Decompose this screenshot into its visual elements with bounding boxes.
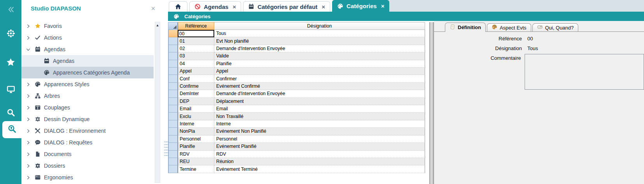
chevron-right-icon[interactable] xyxy=(26,35,34,40)
row-selector-header[interactable] xyxy=(168,22,178,30)
cell-designation[interactable]: Tous xyxy=(214,30,425,37)
panel-splitter[interactable] xyxy=(429,22,434,184)
sidebar-item-dialog-environnement[interactable]: DIALOG : Environnement xyxy=(21,125,154,137)
close-icon[interactable]: × xyxy=(233,3,236,10)
sidebar-item-actions[interactable]: Actions xyxy=(21,32,154,43)
cell-reference[interactable]: Exclu xyxy=(178,113,214,120)
rail-modules-button[interactable] xyxy=(0,26,21,42)
column-header-designation[interactable]: Désignation xyxy=(214,22,425,30)
rail-favorites-button[interactable] xyxy=(0,55,21,71)
field-value[interactable]: Tous xyxy=(527,44,538,51)
sidebar-item-favoris[interactable]: Favoris xyxy=(21,20,154,32)
chevron-down-icon[interactable] xyxy=(26,47,34,52)
sidebar-item-dossiers[interactable]: Dossiers xyxy=(21,160,154,172)
chevron-right-icon[interactable] xyxy=(26,175,34,180)
table-row[interactable]: PersonnelPersonnel xyxy=(168,135,425,143)
chevron-right-icon[interactable] xyxy=(26,163,34,168)
table-row[interactable]: 01Evt Non planifié xyxy=(168,37,425,45)
cell-reference[interactable]: Email xyxy=(178,105,214,113)
chevron-right-icon[interactable] xyxy=(26,105,34,110)
sidebar-item-dialog-requ-tes[interactable]: DIALOG : Requêtes xyxy=(21,137,154,148)
rail-collapse-sidebar-button[interactable] xyxy=(0,2,21,18)
table-row[interactable]: EmailEmail xyxy=(168,105,425,113)
cell-reference[interactable]: NonPla xyxy=(178,128,214,135)
cell-reference[interactable]: Termine xyxy=(178,165,214,173)
sidebar-close-icon[interactable]: × xyxy=(151,6,155,11)
cell-reference[interactable]: 03 xyxy=(178,52,214,60)
cell-designation[interactable]: RDV xyxy=(214,151,425,158)
sidebar-item-arbres[interactable]: Arbres xyxy=(21,90,154,102)
cell-designation[interactable]: Personnel xyxy=(214,135,425,143)
cell-designation[interactable]: Evt Non planifié xyxy=(214,37,425,45)
cell-reference[interactable]: 02 xyxy=(178,45,214,52)
row-selector-cell[interactable] xyxy=(168,143,178,150)
table-row[interactable]: 00Tous xyxy=(168,30,425,37)
chevron-right-icon[interactable] xyxy=(26,94,34,99)
cell-designation[interactable]: Email xyxy=(214,105,425,113)
table-row[interactable]: DemInterDemande d'Intervention Envoyée xyxy=(168,90,425,97)
table-row[interactable]: ConfirmeEvénement Confirmé xyxy=(168,83,425,90)
row-selector-cell[interactable] xyxy=(168,105,178,113)
sidebar-item-couplages[interactable]: Couplages xyxy=(21,102,154,113)
cell-reference[interactable]: 01 xyxy=(178,37,214,45)
scroll-up-icon[interactable]: ▲ xyxy=(156,23,159,182)
row-selector-cell[interactable] xyxy=(168,98,178,105)
sidebar-item-apparences-cat-gories-agenda[interactable]: Apparences Catégories Agenda xyxy=(21,67,154,78)
row-selector-cell[interactable] xyxy=(168,90,178,97)
table-row[interactable]: TermineEvénement Terminé xyxy=(168,165,425,173)
cell-designation[interactable]: Demande d'Intervention Envoyée xyxy=(214,45,425,52)
chevron-right-icon[interactable] xyxy=(26,82,34,87)
table-row[interactable]: PlanifieEvénement Planifié xyxy=(168,143,425,150)
field-value[interactable]: 00 xyxy=(527,35,533,42)
commentaire-textarea[interactable] xyxy=(525,54,644,90)
row-selector-cell[interactable] xyxy=(168,83,178,90)
tab-categories[interactable]: Catégories× xyxy=(332,0,389,12)
row-selector-cell[interactable] xyxy=(168,37,178,45)
row-selector-cell[interactable] xyxy=(168,165,178,173)
table-row[interactable]: REURéunion xyxy=(168,158,425,165)
cell-designation[interactable]: Evénement Planifié xyxy=(214,143,425,150)
sidebar-item-apparences-styles[interactable]: Apparences Styles xyxy=(21,78,154,90)
cell-reference[interactable]: 00 xyxy=(178,30,214,37)
cell-designation[interactable]: Déplacement xyxy=(214,98,425,105)
cell-designation[interactable]: Non Travaillé xyxy=(214,113,425,120)
cell-reference[interactable]: Confirme xyxy=(178,83,214,90)
table-row[interactable]: AppelAppel xyxy=(168,68,425,75)
cell-reference[interactable]: 04 xyxy=(178,60,214,68)
cell-reference[interactable]: Appel xyxy=(178,68,214,75)
detail-tab-d-finition[interactable]: Définition xyxy=(445,23,486,32)
cell-reference[interactable]: Personnel xyxy=(178,135,214,143)
table-row[interactable]: 04Planifie xyxy=(168,60,425,68)
cell-reference[interactable]: Conf xyxy=(178,75,214,82)
cell-reference[interactable]: DemInter xyxy=(178,90,214,97)
cell-designation[interactable]: Evénement Non Planifié xyxy=(214,128,425,135)
sidebar-scrollbar[interactable]: ▲ xyxy=(155,22,160,183)
table-row[interactable]: 02Demande d'Intervention Envoyée xyxy=(168,45,425,52)
cell-designation[interactable]: Valide xyxy=(214,52,425,60)
row-selector-cell[interactable] xyxy=(168,52,178,60)
cell-designation[interactable]: Planifie xyxy=(214,60,425,68)
table-row[interactable]: 03Valide xyxy=(168,52,425,60)
table-row[interactable]: DEPDéplacement xyxy=(168,98,425,105)
table-row[interactable]: ExcluNon Travaillé xyxy=(168,113,425,120)
rail-search-button[interactable] xyxy=(0,106,21,121)
detail-tab-qui-quand-[interactable]: Qui, Quand? xyxy=(532,23,579,31)
sidebar-splitter-grip[interactable] xyxy=(164,141,168,157)
sidebar-item-documents[interactable]: Documents xyxy=(21,148,154,160)
sidebar-item-dessin-dynamique[interactable]: Dessin Dynamique xyxy=(21,113,154,125)
table-row[interactable]: RDVRDV xyxy=(168,151,425,158)
table-row[interactable]: NonPlaEvénement Non Planifié xyxy=(168,128,425,135)
cell-reference[interactable]: REU xyxy=(178,158,214,165)
row-selector-cell[interactable] xyxy=(168,120,178,128)
row-selector-cell[interactable] xyxy=(168,75,178,82)
row-selector-cell[interactable] xyxy=(168,30,178,37)
cell-designation[interactable]: Réunion xyxy=(214,158,425,165)
cell-designation[interactable]: Evénement Terminé xyxy=(214,165,425,173)
row-selector-cell[interactable] xyxy=(168,113,178,120)
table-row[interactable]: ConfConfirmer xyxy=(168,75,425,82)
chevron-right-icon[interactable] xyxy=(26,117,34,122)
chevron-right-icon[interactable] xyxy=(26,128,34,134)
rail-desktop-button[interactable] xyxy=(0,82,21,98)
cell-designation[interactable]: Interne xyxy=(214,120,425,128)
cell-reference[interactable]: Planifie xyxy=(178,143,214,150)
